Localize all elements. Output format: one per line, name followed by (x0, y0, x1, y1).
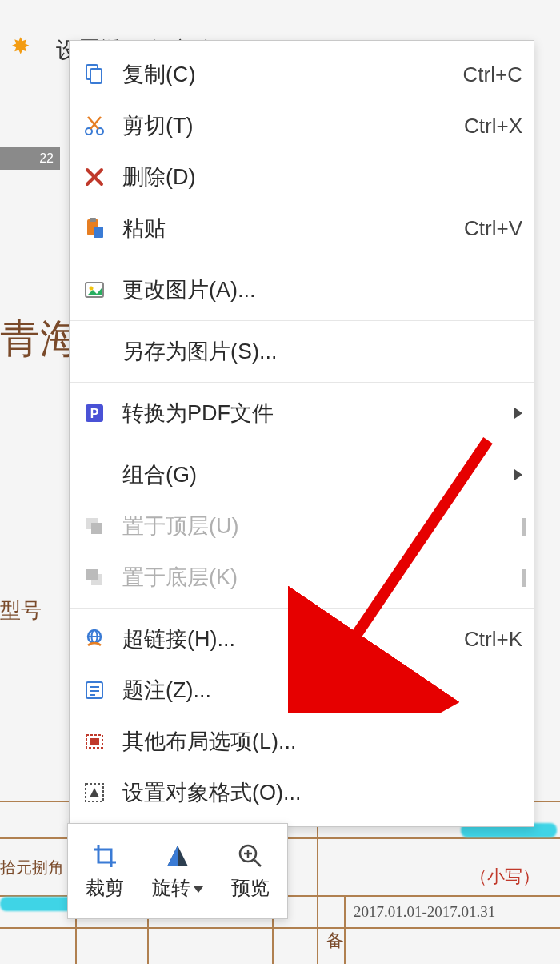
toolbar-label: 裁剪 (86, 875, 124, 901)
paste-icon (81, 215, 108, 242)
menu-label: 设置对象格式(O)... (122, 778, 522, 807)
rotate-icon (163, 841, 192, 870)
svg-rect-16 (91, 523, 102, 534)
menu-label: 题注(Z)... (122, 676, 522, 705)
send-back-icon (81, 564, 108, 591)
menu-shortcut: Ctrl+X (464, 114, 522, 139)
crop-icon (90, 841, 119, 870)
menu-label: 剪切(T) (122, 111, 464, 140)
menu-separator (70, 320, 534, 321)
toolbar-rotate[interactable]: 旋转 (141, 824, 214, 918)
menu-label: 置于底层(K) (122, 563, 522, 592)
ruler-mark: 22 (0, 147, 60, 170)
svg-rect-1 (90, 69, 102, 83)
doc-label-fragment: 型号 (0, 596, 42, 625)
menu-label: 粘贴 (122, 214, 464, 243)
menu-label: 另存为图片(S)... (122, 337, 522, 366)
menu-shortcut: Ctrl+V (464, 216, 522, 241)
menu-copy[interactable]: 复制(C) Ctrl+C (70, 49, 534, 100)
svg-rect-10 (94, 227, 103, 238)
doc-date-range: 2017.01.01-2017.01.31 (354, 903, 495, 921)
menu-label: 置于顶层(U) (122, 512, 522, 540)
menu-label: 转换为PDF文件 (122, 399, 514, 428)
hyperlink-icon (81, 625, 108, 653)
svg-line-35 (254, 860, 261, 866)
menu-format-object[interactable]: 设置对象格式(O)... (70, 767, 534, 818)
svg-marker-29 (90, 788, 99, 797)
menu-group[interactable]: 组合(G) (70, 449, 534, 500)
doc-title-fragment: 青海 (0, 312, 80, 366)
svg-text:P: P (90, 407, 99, 420)
menu-change-image[interactable]: 更改图片(A)... (70, 264, 534, 315)
submenu-arrow-icon (514, 408, 522, 419)
doc-bei-char: 备 (326, 929, 344, 953)
menu-bring-to-front: 置于顶层(U) (70, 500, 534, 552)
doc-xiaoxi-label: （小写） (470, 865, 540, 889)
menu-separator (70, 382, 534, 383)
image-mini-toolbar: 裁剪 旋转 预览 (67, 823, 288, 919)
toolbar-crop[interactable]: 裁剪 (68, 824, 141, 918)
split-indicator (522, 518, 526, 536)
menu-label: 超链接(H)... (122, 625, 464, 653)
menu-delete[interactable]: 删除(D) (70, 151, 534, 203)
menu-label: 复制(C) (122, 60, 463, 89)
format-object-icon (81, 779, 108, 806)
svg-rect-27 (90, 738, 99, 745)
svg-marker-33 (167, 846, 178, 866)
menu-save-as-image[interactable]: 另存为图片(S)... (70, 326, 534, 377)
toolbar-preview[interactable]: 预览 (214, 824, 287, 918)
menu-cut[interactable]: 剪切(T) Ctrl+X (70, 100, 534, 151)
menu-separator (70, 608, 534, 609)
menu-label: 组合(G) (122, 460, 514, 489)
menu-label: 更改图片(A)... (122, 275, 522, 304)
toolbar-label: 预览 (231, 875, 270, 901)
submenu-arrow-icon (514, 469, 522, 480)
menu-caption[interactable]: 题注(Z)... (70, 665, 534, 716)
menu-send-to-back: 置于底层(K) (70, 552, 534, 603)
toolbar-label: 旋转 (152, 875, 203, 901)
doc-amount-text: 拾元捌角 (0, 857, 64, 878)
sun-icon (11, 35, 34, 58)
dropdown-caret-icon (194, 886, 203, 893)
svg-rect-9 (90, 218, 96, 222)
svg-point-12 (90, 287, 94, 291)
menu-convert-pdf[interactable]: P 转换为PDF文件 (70, 388, 534, 439)
menu-separator (70, 259, 534, 259)
blank-icon (81, 338, 108, 365)
layout-icon (81, 728, 108, 755)
menu-shortcut: Ctrl+K (464, 627, 522, 652)
menu-shortcut: Ctrl+C (463, 62, 522, 87)
pdf-icon: P (81, 400, 108, 427)
split-indicator (522, 569, 526, 587)
menu-label: 其他布局选项(L)... (122, 727, 522, 756)
menu-label: 删除(D) (122, 163, 522, 191)
menu-hyperlink[interactable]: 超链接(H)... Ctrl+K (70, 613, 534, 665)
bring-front-icon (81, 512, 108, 540)
menu-paste[interactable]: 粘贴 Ctrl+V (70, 203, 534, 254)
delete-icon (81, 163, 108, 191)
change-image-icon (81, 276, 108, 303)
context-menu: 复制(C) Ctrl+C 剪切(T) Ctrl+X 删除(D) 粘贴 Ctrl+… (69, 40, 534, 827)
zoom-in-icon (236, 841, 265, 870)
menu-separator (70, 444, 534, 444)
blank-icon (81, 461, 108, 488)
copy-icon (81, 61, 108, 88)
menu-layout-options[interactable]: 其他布局选项(L)... (70, 716, 534, 767)
caption-icon (81, 677, 108, 704)
svg-rect-18 (86, 569, 98, 580)
scissors-icon (81, 112, 108, 139)
